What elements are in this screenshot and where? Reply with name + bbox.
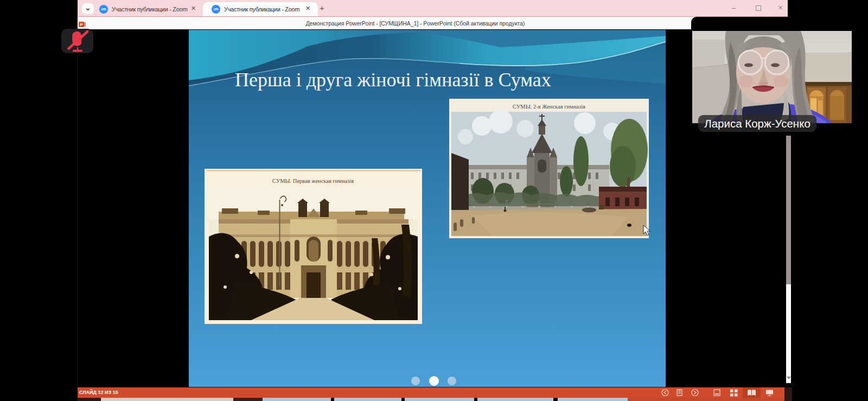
svg-text:Перша і друга жіночі гімназії: Перша і друга жіночі гімназії в Сумах	[235, 69, 551, 91]
svg-text:СУМЫ. 2-я Женская гимназія: СУМЫ. 2-я Женская гимназія	[513, 104, 585, 110]
svg-text:СУМЫ. Первая женская гимназія: СУМЫ. Первая женская гимназія	[272, 178, 354, 184]
